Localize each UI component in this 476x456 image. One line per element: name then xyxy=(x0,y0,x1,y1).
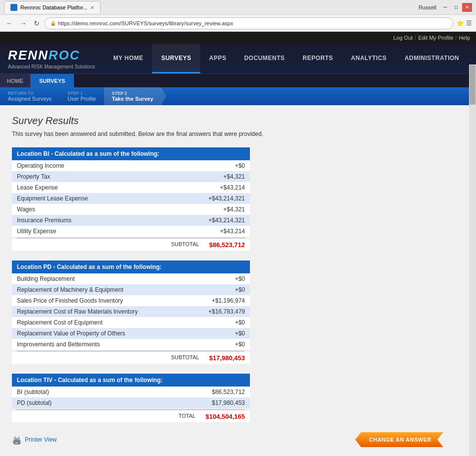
row-label: Property Tax xyxy=(17,173,195,180)
main-navigation: MY HOME SURVEYS APPS DOCUMENTS REPORTS A… xyxy=(105,44,469,73)
url-text: https://demo.rennroc.com/SURVEYS/surveys… xyxy=(58,20,233,26)
nav-item-myhome[interactable]: MY HOME xyxy=(105,44,153,73)
step-1-name: User Profile xyxy=(67,96,96,102)
table-row: Utility Expense +$43,214 xyxy=(12,226,250,237)
table-row: Lease Expense +$43,214 xyxy=(12,182,250,193)
row-label: BI (subtotal) xyxy=(17,389,195,395)
step-1[interactable]: STEP 1 User Profile xyxy=(60,87,104,105)
refresh-button[interactable]: ↻ xyxy=(32,18,42,28)
menu-icon[interactable]: ☰ xyxy=(466,19,472,27)
subtotal-value: $17,980,453 xyxy=(209,354,245,362)
row-value: +$16,783,479 xyxy=(195,308,245,315)
change-answer-button[interactable]: CHANGE AN ANSWER xyxy=(355,432,443,447)
table-row: Building Replacement +$0 xyxy=(12,273,250,284)
step-2[interactable]: STEP 2 Take the Survey xyxy=(104,87,162,105)
address-bar[interactable]: 🔒 https://demo.rennroc.com/SURVEYS/surve… xyxy=(45,17,453,29)
bottom-toolbar: 🖨️ Printer View CHANGE AN ANSWER xyxy=(12,432,443,447)
tab-favicon xyxy=(10,4,17,11)
row-label: Replacement Cost of Raw Materials Invent… xyxy=(17,308,195,315)
close-button[interactable]: ✕ xyxy=(462,3,472,12)
nav-item-apps[interactable]: APPS xyxy=(200,44,236,73)
breadcrumb-home[interactable]: HOME xyxy=(0,74,30,87)
table-row: Improvements and Betterments +$0 xyxy=(12,339,250,350)
step-return[interactable]: RETURN TO Assigned Surveys xyxy=(0,87,60,105)
row-value: +$4,321 xyxy=(195,173,245,180)
back-button[interactable]: ← xyxy=(4,18,15,28)
tiv-total: TOTAL $104,504,165 xyxy=(12,411,250,422)
location-tiv-header: Location TIV - Calculated as a sum of th… xyxy=(12,374,250,387)
row-label: Improvements and Betterments xyxy=(17,341,195,348)
printer-icon: 🖨️ xyxy=(12,435,22,445)
subtotal-label: SUBTOTAL xyxy=(171,354,199,362)
step-return-name: Assigned Surveys xyxy=(8,96,52,102)
ssl-icon: 🔒 xyxy=(50,20,56,26)
nav-item-administration[interactable]: ADMINISTRATION xyxy=(396,44,468,73)
browser-toolbar-icons: ⭐ ☰ xyxy=(456,19,472,27)
breadcrumb-surveys[interactable]: SURVEYS xyxy=(30,74,74,87)
row-value: +$0 xyxy=(195,286,245,293)
top-user-bar: Log Out / Edit My Profile / Help xyxy=(0,32,476,44)
location-pd-section: Location PD - Calculated as a sum of the… xyxy=(12,261,250,364)
row-value: $86,523,712 xyxy=(195,389,245,395)
row-value: +$43,214,321 xyxy=(195,217,245,224)
bookmark-icon[interactable]: ⭐ xyxy=(456,19,464,27)
row-label: Wages xyxy=(17,206,195,213)
row-value: +$43,214 xyxy=(195,228,245,235)
subtotal-label: SUBTOTAL xyxy=(171,241,199,249)
row-value: +$43,214,321 xyxy=(195,195,245,202)
maximize-button[interactable]: □ xyxy=(451,3,461,12)
row-label: Building Replacement xyxy=(17,275,195,282)
row-value: +$0 xyxy=(195,319,245,326)
table-row: Replacement Cost of Raw Materials Invent… xyxy=(12,306,250,317)
window-user-label: Russell xyxy=(418,4,436,10)
content-area: Survey Results This survey has been answ… xyxy=(0,105,476,456)
scrollbar-track[interactable] xyxy=(469,65,476,456)
location-bi-section: Location BI - Calculated as a sum of the… xyxy=(12,147,250,251)
logout-link[interactable]: Log Out xyxy=(393,35,413,41)
scrollbar-thumb[interactable] xyxy=(470,65,476,105)
nav-item-reports[interactable]: REPORTS xyxy=(294,44,342,73)
row-label: Operating Income xyxy=(17,162,195,169)
row-label: Replacement Value of Property of Others xyxy=(17,330,195,337)
step-1-label: STEP 1 xyxy=(67,91,96,96)
tab-close-icon[interactable]: ✕ xyxy=(90,5,94,10)
breadcrumb-bar: HOME SURVEYS xyxy=(0,73,476,87)
browser-titlebar: Rennroc Database Platfor... ✕ Russell ─ … xyxy=(0,0,476,15)
row-label: Sales Price of Finished Goods Inventory xyxy=(17,297,195,304)
row-label: PD (subtotal) xyxy=(17,399,195,406)
location-pd-header: Location PD - Calculated as a sum of the… xyxy=(12,261,250,273)
row-value: +$0 xyxy=(195,275,245,282)
nav-item-documents[interactable]: DOCUMENTS xyxy=(235,44,294,73)
help-link[interactable]: Help xyxy=(459,35,470,41)
pd-subtotal: SUBTOTAL $17,980,453 xyxy=(12,352,250,364)
location-bi-header: Location BI - Calculated as a sum of the… xyxy=(12,147,250,160)
bi-subtotal: SUBTOTAL $86,523,712 xyxy=(12,239,250,251)
browser-tab[interactable]: Rennroc Database Platfor... ✕ xyxy=(4,1,101,13)
step-2-label: STEP 2 xyxy=(112,91,154,96)
nav-item-surveys[interactable]: SURVEYS xyxy=(152,44,200,73)
step-bar: RETURN TO Assigned Surveys STEP 1 User P… xyxy=(0,87,476,105)
tab-label: Rennroc Database Platfor... xyxy=(20,4,87,10)
table-row: Equipment Lease Expense +$43,214,321 xyxy=(12,193,250,204)
total-label: TOTAL xyxy=(178,413,195,420)
printer-view-link[interactable]: 🖨️ Printer View xyxy=(12,435,57,445)
row-label: Utility Expense xyxy=(17,228,195,235)
printer-view-label: Printer View xyxy=(25,436,57,443)
row-value: +$0 xyxy=(195,341,245,348)
step-2-name: Take the Survey xyxy=(112,96,154,102)
main-header: RENNROC Advanced RISK Management Solutio… xyxy=(0,44,476,73)
minimize-button[interactable]: ─ xyxy=(440,3,450,12)
table-row: Property Tax +$4,321 xyxy=(12,171,250,182)
nav-item-analytics[interactable]: ANALYTICS xyxy=(342,44,396,73)
row-value: +$4,321 xyxy=(195,206,245,213)
table-row: Wages +$4,321 xyxy=(12,204,250,215)
browser-toolbar: ← → ↻ 🔒 https://demo.rennroc.com/SURVEYS… xyxy=(0,15,476,32)
row-value: +$1,196,974 xyxy=(195,297,245,304)
row-value: +$43,214 xyxy=(195,184,245,191)
window-controls: ─ □ ✕ xyxy=(440,3,472,12)
subtotal-value: $86,523,712 xyxy=(209,241,245,249)
forward-button[interactable]: → xyxy=(18,18,29,28)
edit-profile-link[interactable]: Edit My Profile xyxy=(418,35,453,41)
row-label: Lease Expense xyxy=(17,184,195,191)
row-label: Equipment Lease Expense xyxy=(17,195,195,202)
